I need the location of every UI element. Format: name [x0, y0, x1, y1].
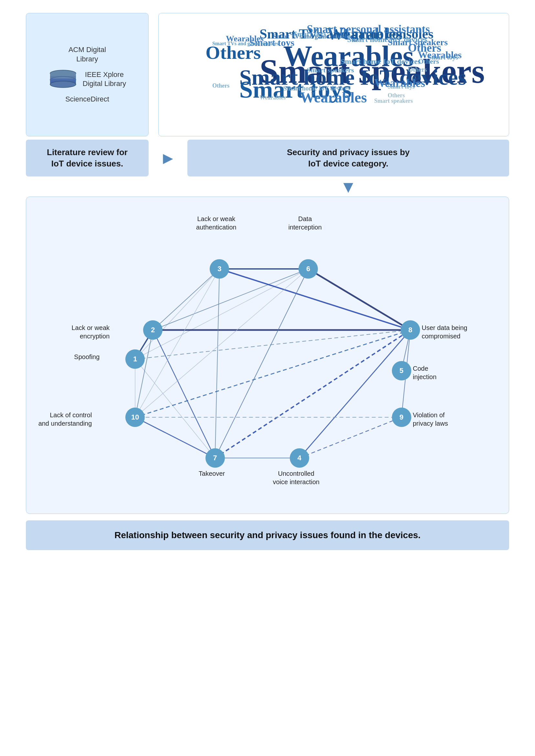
node-label-7: Takeover	[180, 469, 244, 478]
down-arrow-icon: ▼	[340, 177, 356, 196]
svg-line-23	[299, 417, 402, 458]
node-label-8: User data beingcompromised	[422, 324, 493, 340]
node-label-5: Codeinjection	[413, 364, 484, 381]
node-label-1: Spoofing	[28, 353, 99, 361]
node-8: 8	[401, 320, 420, 340]
svg-point-4	[50, 81, 76, 88]
sciencedirect-item: ScienceDirect	[65, 95, 109, 104]
svg-line-32	[135, 330, 410, 417]
graph-container: 1Spoofing2Lack or weakencryption3Lack or…	[45, 210, 490, 501]
svg-line-31	[135, 269, 308, 417]
svg-line-22	[299, 330, 410, 458]
svg-line-7	[135, 269, 219, 359]
node-label-2: Lack or weakencryption	[39, 324, 109, 340]
wordcloud: WearablesSmart TVs and game consolesSmar…	[165, 20, 502, 130]
right-arrow-icon: ►	[159, 148, 176, 168]
node-7: 7	[206, 448, 225, 468]
svg-line-19	[219, 269, 410, 330]
left-label: Literature review forIoT device issues.	[47, 147, 127, 169]
bottom-label-box: Relationship between security and privac…	[26, 520, 509, 550]
ieee-label: IEEE XploreDigital Library	[83, 70, 126, 89]
node-5: 5	[392, 361, 411, 380]
bottom-label: Relationship between security and privac…	[114, 530, 421, 540]
svg-rect-5	[50, 76, 76, 80]
right-label-box: Security and privacy issues byIoT device…	[187, 140, 509, 176]
svg-line-18	[215, 269, 220, 458]
graph-svg	[45, 210, 490, 501]
wordcloud-word: Others	[212, 82, 229, 89]
node-6: 6	[298, 259, 318, 278]
acm-label: ACM DigitalLibrary	[69, 45, 106, 64]
node-label-3: Lack or weakauthentication	[184, 215, 248, 231]
svg-line-13	[153, 269, 308, 330]
graph-section: 1Spoofing2Lack or weakencryption3Lack or…	[26, 196, 509, 514]
svg-line-9	[135, 359, 215, 458]
left-label-box: Literature review forIoT device issues.	[26, 140, 149, 176]
sciencedirect-label: ScienceDirect	[65, 95, 109, 104]
svg-line-27	[215, 330, 410, 458]
node-label-6: Datainterception	[273, 215, 337, 231]
wordcloud-word: Others	[206, 42, 261, 63]
ieee-library-item: IEEE XploreDigital Library	[48, 70, 126, 89]
wordcloud-word: Wearables	[300, 89, 367, 106]
database-icon	[48, 70, 77, 89]
wordcloud-word: Smart speakers	[307, 66, 354, 74]
wordcloud-word: Smart speakers	[374, 98, 413, 104]
wordcloud-word: Smart home IoT devices	[347, 35, 427, 44]
svg-line-25	[308, 269, 410, 330]
library-box: ACM DigitalLibrary IEEE XploreDigital Li…	[26, 13, 149, 136]
wordcloud-word: Smart toys	[388, 83, 415, 90]
svg-line-8	[135, 269, 308, 359]
node-4: 4	[290, 448, 309, 468]
node-label-9: Violation ofprivacy laws	[413, 411, 484, 428]
top-section: ACM DigitalLibrary IEEE XploreDigital Li…	[26, 13, 509, 136]
wordcloud-word: Wearables	[259, 94, 286, 101]
svg-line-12	[153, 269, 219, 330]
node-label-10: Lack of controland understanding	[21, 411, 92, 428]
node-9: 9	[392, 408, 411, 427]
wordcloud-word: Others	[408, 66, 427, 73]
svg-line-28	[135, 417, 215, 458]
right-label: Security and privacy issues byIoT device…	[287, 147, 409, 169]
wordcloud-word: Others	[418, 57, 439, 66]
svg-line-26	[215, 269, 309, 458]
acm-library-item: ACM DigitalLibrary	[69, 45, 106, 64]
node-label-4: Uncontrolledvoice interaction	[264, 469, 328, 486]
wordcloud-box: WearablesSmart TVs and game consolesSmar…	[158, 13, 509, 136]
svg-line-20	[135, 269, 219, 417]
